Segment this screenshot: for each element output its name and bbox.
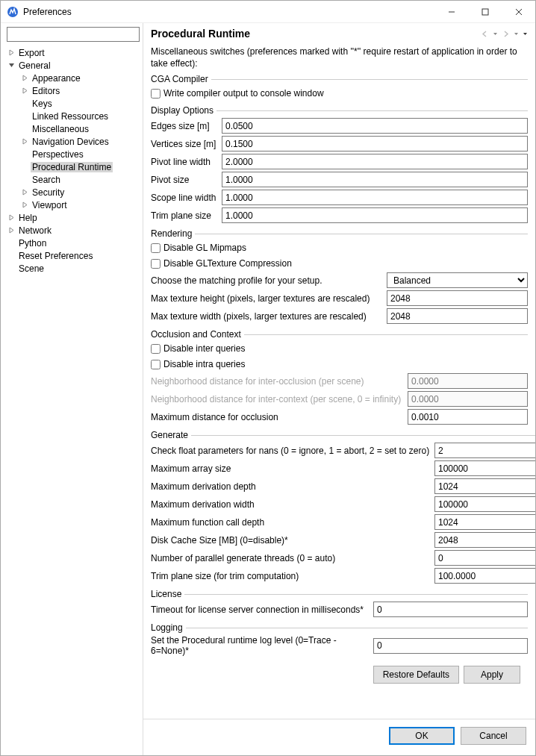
threads-input[interactable] — [434, 550, 535, 566]
group-cga-legend: CGA Compiler — [151, 74, 211, 84]
max-depth-label: Maximum derivation depth — [151, 481, 434, 492]
max-texture-width-input[interactable] — [387, 308, 528, 324]
nb-context-label: Neighborhood distance for inter-context … — [151, 394, 408, 404]
scope-line-width-input[interactable] — [222, 190, 528, 205]
nb-context-input — [408, 391, 528, 407]
sidebar: Export General Appearance Editors Keys L… — [1, 23, 143, 755]
max-dist-input[interactable] — [408, 409, 528, 425]
restore-defaults-button[interactable]: Restore Defaults — [373, 666, 459, 684]
page-title: Procedural Runtime — [151, 28, 479, 40]
gen-trim-label: Trim plane size (for trim computation) — [151, 571, 434, 581]
view-menu-icon[interactable] — [521, 28, 529, 39]
check-nans-label: Check float parameters for nans (0 = ign… — [151, 446, 434, 456]
chevron-right-icon — [20, 74, 29, 83]
vertices-size-input[interactable] — [222, 136, 528, 151]
max-array-label: Maximum array size — [151, 463, 434, 474]
profile-select[interactable]: Balanced — [387, 272, 528, 288]
disable-inter-checkbox[interactable]: Disable inter queries — [151, 342, 528, 355]
tree-item-python[interactable]: Python — [4, 237, 143, 249]
pivot-line-width-input[interactable] — [222, 154, 528, 169]
group-logging-legend: Logging — [151, 622, 186, 633]
chevron-right-icon — [7, 49, 16, 57]
forward-icon[interactable] — [500, 28, 511, 39]
ok-button[interactable]: OK — [389, 727, 455, 745]
pivot-line-width-label: Pivot line width — [151, 157, 222, 167]
disk-cache-label: Disk Cache Size [MB] (0=disable)* — [151, 535, 434, 546]
titlebar: Preferences — [1, 1, 535, 23]
apply-button[interactable]: Apply — [464, 666, 520, 684]
check-nans-input[interactable] — [434, 443, 535, 458]
nb-inter-input — [408, 373, 528, 389]
disable-intra-checkbox[interactable]: Disable intra queries — [151, 357, 528, 371]
trim-plane-size-input[interactable] — [222, 207, 528, 223]
tree-item-linked-resources[interactable]: Linked Ressources — [17, 110, 143, 122]
tree-item-reset-preferences[interactable]: Reset Preferences — [4, 249, 143, 262]
log-level-label: Set the Procedural runtime log level (0=… — [151, 635, 373, 656]
pivot-size-input[interactable] — [222, 172, 528, 187]
max-width-label: Maximum derivation width — [151, 499, 434, 510]
max-dist-label: Maximum distance for occlusion — [151, 412, 408, 422]
max-fn-input[interactable] — [434, 514, 535, 530]
max-array-input[interactable] — [434, 460, 535, 476]
disable-compression-checkbox[interactable]: Disable GLTexture Compression — [151, 257, 528, 270]
forward-menu-icon[interactable] — [512, 28, 520, 39]
svg-rect-2 — [482, 9, 488, 15]
back-menu-icon[interactable] — [491, 28, 499, 39]
trim-plane-size-label: Trim plane size — [151, 210, 222, 221]
disable-mipmaps-checkbox[interactable]: Disable GL Mipmaps — [151, 241, 528, 254]
back-icon[interactable] — [479, 28, 490, 39]
pivot-size-label: Pivot size — [151, 175, 222, 185]
minimize-button[interactable] — [434, 1, 468, 23]
tree-item-help[interactable]: Help — [4, 211, 143, 224]
log-level-input[interactable] — [373, 638, 528, 654]
license-timeout-label: Timeout for license server connection in… — [151, 605, 373, 615]
group-occlusion-legend: Occlusion and Context — [151, 329, 244, 340]
chevron-right-icon — [20, 87, 29, 96]
group-display-legend: Display Options — [151, 105, 216, 116]
license-timeout-input[interactable] — [373, 602, 528, 617]
tree-item-appearance[interactable]: Appearance — [17, 72, 143, 84]
vertices-size-label: Vertices size [m] — [151, 139, 222, 149]
tree-item-viewport[interactable]: Viewport — [17, 199, 143, 211]
tree-item-scene[interactable]: Scene — [4, 262, 143, 275]
tree-item-perspectives[interactable]: Perspectives — [17, 148, 143, 160]
chevron-right-icon — [7, 213, 16, 222]
chevron-right-icon — [20, 201, 29, 210]
close-button[interactable] — [502, 1, 535, 23]
edges-size-label: Edges size [m] — [151, 121, 222, 131]
cancel-button[interactable]: Cancel — [461, 727, 526, 745]
tree-item-security[interactable]: Security — [17, 186, 143, 199]
write-output-checkbox[interactable]: Write compiler output to console window — [151, 87, 528, 100]
nb-inter-label: Neighborhood distance for inter-occlusio… — [151, 376, 408, 387]
max-fn-label: Maximum function call depth — [151, 517, 434, 528]
tree-item-search[interactable]: Search — [17, 173, 143, 186]
max-texture-height-label: Max texture height (pixels, larger textu… — [151, 293, 387, 304]
max-width-input[interactable] — [434, 496, 535, 512]
gen-trim-input[interactable] — [434, 568, 535, 584]
nav-history-controls — [479, 28, 529, 39]
edges-size-input[interactable] — [222, 118, 528, 134]
tree-item-procedural-runtime[interactable]: Procedural Runtime — [17, 160, 143, 173]
app-icon — [7, 6, 19, 18]
filter-input[interactable] — [7, 27, 140, 42]
tree-item-navigation-devices[interactable]: Navigation Devices — [17, 135, 143, 148]
intro-text: Miscellaneous switches (preferences mark… — [151, 46, 528, 69]
tree-item-general[interactable]: General — [4, 59, 143, 72]
profile-label: Choose the matching profile for your set… — [151, 275, 387, 286]
tree-item-network[interactable]: Network — [4, 224, 143, 237]
tree-item-export[interactable]: Export — [4, 46, 143, 59]
window-title: Preferences — [23, 7, 434, 17]
tree-item-miscellaneous[interactable]: Miscellaneous — [17, 122, 143, 135]
chevron-down-icon — [7, 61, 16, 70]
tree-item-keys[interactable]: Keys — [17, 97, 143, 110]
max-depth-input[interactable] — [434, 478, 535, 494]
tree-item-editors[interactable]: Editors — [17, 84, 143, 97]
maximize-button[interactable] — [468, 1, 502, 23]
group-rendering-legend: Rendering — [151, 228, 195, 239]
disk-cache-input[interactable] — [434, 532, 535, 548]
preference-tree: Export General Appearance Editors Keys L… — [4, 46, 143, 275]
chevron-right-icon — [20, 188, 29, 197]
max-texture-height-input[interactable] — [387, 290, 528, 306]
chevron-right-icon — [20, 137, 29, 146]
max-texture-width-label: Max texture width (pixels, larger textur… — [151, 311, 387, 322]
